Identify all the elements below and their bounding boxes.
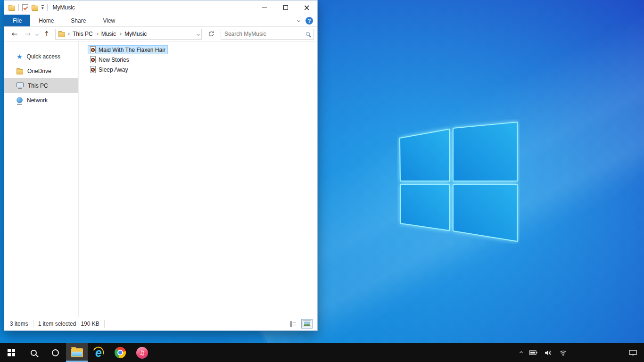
cortana-button[interactable] <box>44 343 66 362</box>
cortana-icon <box>52 349 59 356</box>
file-row-maid-with-the-flaxen-hair[interactable]: Maid With The Flaxen Hair <box>88 45 168 54</box>
close-button[interactable]: × <box>296 0 317 15</box>
sidebar-item-quick-access[interactable]: ★ Quick access <box>4 49 78 64</box>
help-icon[interactable]: ? <box>305 17 313 25</box>
quick-access-star-icon: ★ <box>17 53 23 60</box>
sidebar-item-label: Network <box>27 97 48 104</box>
status-bar: 3 items 1 item selected 190 KB <box>4 317 317 330</box>
taskbar: e ♫ <box>0 343 644 362</box>
ribbon-tab-bar: File Home Share View ? <box>4 15 317 27</box>
details-view-icon <box>290 321 297 327</box>
sidebar-item-this-pc[interactable]: This PC <box>4 78 78 93</box>
recent-locations-icon[interactable] <box>35 32 39 35</box>
navigation-pane: ★ Quick access OneDrive This PC Network <box>4 41 79 317</box>
details-view-button[interactable] <box>289 320 298 329</box>
network-globe-icon <box>17 97 23 103</box>
search-input[interactable] <box>224 31 306 37</box>
action-center-icon[interactable] <box>628 349 637 356</box>
chevron-right-icon[interactable] <box>119 33 122 35</box>
sidebar-item-label: OneDrive <box>27 68 51 74</box>
properties-icon[interactable] <box>22 4 28 11</box>
breadcrumb-music[interactable]: Music <box>100 31 117 37</box>
forward-button[interactable]: → <box>23 31 33 38</box>
thumbnail-view-icon <box>303 321 311 327</box>
sidebar-item-label: Quick access <box>27 53 60 60</box>
wifi-icon[interactable] <box>559 350 567 356</box>
start-button[interactable] <box>0 343 23 362</box>
maximize-button[interactable] <box>275 0 296 15</box>
audio-file-icon <box>90 46 96 53</box>
new-folder-icon[interactable] <box>32 6 38 11</box>
search-box[interactable] <box>221 29 314 40</box>
divider <box>104 320 105 328</box>
window-content: ★ Quick access OneDrive This PC Network … <box>4 41 317 317</box>
internet-explorer-button[interactable]: e <box>88 343 109 362</box>
hidden-icons-chevron-icon[interactable] <box>520 351 523 354</box>
address-bar-row: ← → ↑ This PC Music MyMusic <box>4 27 317 41</box>
ribbon-right-controls: ? <box>297 15 317 26</box>
close-icon: × <box>303 4 310 12</box>
tab-view[interactable]: View <box>94 15 124 26</box>
file-explorer-icon <box>71 348 83 357</box>
tab-file[interactable]: File <box>4 15 30 26</box>
selection-size: 190 KB <box>81 321 99 327</box>
itunes-icon: ♫ <box>136 347 148 359</box>
itunes-button[interactable]: ♫ <box>131 343 153 362</box>
title-bar: ▾ MyMusic × <box>4 0 317 15</box>
divider <box>47 4 48 11</box>
this-pc-monitor-icon <box>17 82 24 87</box>
chevron-right-icon[interactable] <box>67 33 70 35</box>
file-row-sleep-away[interactable]: Sleep Away <box>88 65 131 74</box>
window-title: MyMusic <box>53 4 75 11</box>
address-bar[interactable]: This PC Music MyMusic <box>55 29 202 40</box>
file-name: Sleep Away <box>99 66 128 73</box>
system-tray <box>520 343 644 362</box>
chevron-right-icon[interactable] <box>96 33 99 35</box>
audio-file-icon <box>90 56 96 63</box>
expand-ribbon-icon[interactable] <box>297 19 300 22</box>
file-list-pane[interactable]: Maid With The Flaxen Hair New Stories Sl… <box>79 41 317 317</box>
windows-logo-wallpaper <box>397 119 520 244</box>
address-dropdown-icon[interactable] <box>197 32 200 35</box>
tab-share[interactable]: Share <box>62 15 94 26</box>
onedrive-folder-icon <box>17 69 23 74</box>
qat-dropdown-icon[interactable]: ▾ <box>41 5 44 10</box>
up-button[interactable]: ↑ <box>42 31 51 38</box>
maximize-icon <box>283 5 288 10</box>
file-name: Maid With The Flaxen Hair <box>99 47 165 53</box>
divider <box>18 4 19 11</box>
audio-file-icon <box>90 66 96 73</box>
internet-explorer-icon: e <box>95 347 102 359</box>
minimize-icon <box>262 8 267 8</box>
refresh-button[interactable] <box>206 29 217 40</box>
search-icon <box>31 350 37 356</box>
chrome-icon <box>115 347 126 358</box>
selection-count: 1 item selected <box>38 321 76 327</box>
tab-home[interactable]: Home <box>30 15 62 26</box>
sidebar-item-network[interactable]: Network <box>4 93 78 107</box>
view-toggles <box>289 319 313 329</box>
thumbnail-view-button[interactable] <box>301 319 313 329</box>
divider <box>33 320 33 328</box>
taskbar-file-explorer-button[interactable] <box>66 343 88 362</box>
explorer-window: ▾ MyMusic × File Home Share View ? ← → ↑… <box>4 0 318 331</box>
volume-icon[interactable] <box>545 350 553 356</box>
windows-start-icon <box>8 349 15 356</box>
sidebar-item-label: This PC <box>28 82 48 89</box>
taskbar-search-button[interactable] <box>23 343 44 362</box>
back-button[interactable]: ← <box>10 31 19 38</box>
caption-buttons: × <box>254 0 317 15</box>
battery-icon[interactable] <box>529 350 538 355</box>
sidebar-item-onedrive[interactable]: OneDrive <box>4 64 78 78</box>
breadcrumb-mymusic[interactable]: MyMusic <box>124 31 148 37</box>
minimize-button[interactable] <box>254 0 275 15</box>
chrome-button[interactable] <box>109 343 131 362</box>
quick-access-toolbar: ▾ MyMusic <box>4 4 75 11</box>
breadcrumb-folder-icon <box>58 32 65 37</box>
item-count: 3 items <box>10 321 28 327</box>
breadcrumb-this-pc[interactable]: This PC <box>72 31 94 37</box>
file-row-new-stories[interactable]: New Stories <box>88 55 132 64</box>
search-icon <box>306 32 310 36</box>
file-name: New Stories <box>99 57 129 63</box>
refresh-icon <box>208 31 215 37</box>
